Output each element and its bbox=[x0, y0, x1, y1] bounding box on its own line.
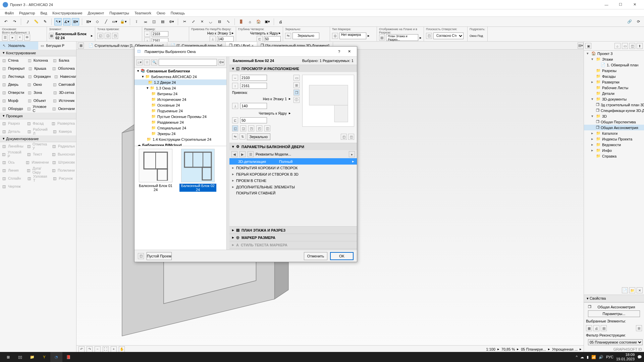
nav-sections[interactable]: 📁 Разрезы bbox=[584, 68, 644, 73]
dialog-help-icon[interactable]: ? bbox=[334, 50, 344, 54]
tree-empty[interactable]: 📁Пустые Оконные Проемы 24 bbox=[135, 114, 226, 119]
zoom-btn[interactable]: 70,85 % bbox=[501, 347, 515, 351]
tree-special[interactable]: 📁Специальные 24 bbox=[135, 125, 226, 131]
tab-overflow-icon[interactable]: ▤▾ bbox=[578, 43, 584, 49]
tool-морф[interactable]: ◫Морф bbox=[0, 97, 25, 105]
tray-cloud-icon[interactable]: ☁ bbox=[580, 355, 584, 359]
tree-linked-libs[interactable]: ▾📚Связанные Библиотеки bbox=[135, 68, 226, 74]
intersect-icon[interactable]: ⨯ bbox=[198, 18, 206, 25]
taskbar-clock[interactable]: 18:09 19.01.2023 bbox=[616, 353, 635, 361]
layer-icon[interactable]: ☰ bbox=[2, 35, 8, 41]
tool-отметка у[interactable]: ◫Отметка У bbox=[25, 142, 50, 150]
tool-зона[interactable]: ◫Зона bbox=[25, 88, 51, 97]
tree-bimcloud[interactable]: ☁Библиотеки BIMcloud bbox=[135, 142, 226, 146]
cancel-button[interactable]: Отменить bbox=[304, 252, 327, 260]
menu-help[interactable]: Помощь bbox=[168, 10, 188, 16]
anchor-pos-1[interactable]: ◱ bbox=[232, 125, 238, 131]
dlg-quarter-input[interactable] bbox=[240, 117, 267, 123]
preview-section-header[interactable]: ▾◫ПРОСМОТР И РАСПОЛОЖЕНИЕ bbox=[229, 65, 357, 72]
sill-input[interactable] bbox=[217, 36, 234, 42]
nav-stories[interactable]: ▾📁 Этажи bbox=[584, 56, 644, 62]
tool-крыша[interactable]: ◫Крыша bbox=[26, 64, 50, 72]
tool-огражден[interactable]: ◫Огражден bbox=[26, 72, 52, 80]
explorer-icon[interactable]: 📁 bbox=[26, 352, 38, 362]
tool-колонна[interactable]: ◫Колонна bbox=[25, 56, 51, 64]
quarter-input[interactable] bbox=[264, 36, 281, 42]
view-info-icon[interactable]: ⓘ bbox=[293, 97, 300, 103]
sync-icon[interactable]: ⟳ bbox=[635, 18, 642, 25]
tool-развертка[interactable]: ◫Развертка bbox=[49, 119, 76, 127]
tool-чертеж[interactable]: ◫Чертеж bbox=[0, 182, 25, 190]
view-grid-icon[interactable]: ⊞ bbox=[293, 82, 300, 88]
tool-угловое с[interactable]: ◫Угловое С bbox=[25, 105, 50, 113]
elem-filter-icon[interactable]: ▦ bbox=[586, 325, 592, 331]
zoom-pan-icon[interactable]: ✋ bbox=[119, 346, 125, 352]
tray-battery-icon[interactable]: ▮ bbox=[587, 355, 589, 359]
graphisoft-id[interactable]: GRAPHISOFT ID bbox=[586, 346, 642, 351]
door-left-icon[interactable]: ◫ bbox=[341, 134, 347, 140]
tree-showcases[interactable]: 📁Витрины 24 bbox=[135, 91, 226, 97]
prop-coverages[interactable]: ▸ПОКРЫТИЯ КОРОБКИ И СТВОРОК bbox=[229, 165, 357, 171]
nav-indexes[interactable]: ▸📁 Индексы Проекта bbox=[584, 136, 644, 142]
renovation-filter-select[interactable]: 05 Планируемое состояние bbox=[588, 339, 643, 345]
style-status[interactable]: Упрощенная ... bbox=[552, 347, 578, 351]
anchor-ref-btn[interactable]: ▸ bbox=[232, 31, 234, 35]
nav-lists[interactable]: ▸📁 Ведомости bbox=[584, 142, 644, 147]
yandex-icon[interactable]: Y bbox=[38, 352, 50, 362]
nav-delete-icon[interactable]: ✕ bbox=[637, 287, 643, 293]
rect-icon[interactable]: ▭▾ bbox=[111, 18, 118, 25]
prop-extras[interactable]: ▸ДОПОЛНИТЕЛЬНЫЕ ЭЛЕМЕНТЫ bbox=[229, 184, 357, 190]
tool-линейны[interactable]: ◫Линейны bbox=[0, 142, 25, 150]
quarter-ref-btn[interactable]: ▸ bbox=[279, 31, 281, 35]
plan-section-hdr[interactable]: ▸▤ПЛАН ЭТАЖА И РАЗРЕЗ bbox=[229, 227, 357, 234]
tool-выносная[interactable]: ◫Выносная bbox=[50, 150, 76, 158]
zoom-out-icon[interactable]: − bbox=[95, 346, 101, 352]
elem-more-icon[interactable]: ⊞ bbox=[636, 325, 642, 331]
mirror-button[interactable]: Зеркально bbox=[292, 33, 319, 39]
print-icon[interactable]: 🖨 bbox=[277, 18, 284, 25]
grid-icon[interactable]: ⊞▾ bbox=[85, 18, 92, 25]
anchor-icon-3[interactable]: ◳ bbox=[112, 33, 118, 39]
projection-header[interactable]: ▾Проекция bbox=[0, 113, 76, 119]
tray-volume-icon[interactable]: 🔊 bbox=[599, 355, 603, 359]
element-dropdown-icon[interactable]: ▸ bbox=[91, 34, 93, 38]
nav-3ddoc2[interactable]: ❒ Спецификаци кухни 3D-Докум bbox=[584, 108, 644, 113]
nav-3ddoc1[interactable]: ❒ 3д строительный план 3D-Докум bbox=[584, 102, 644, 108]
tool-3d-сетка[interactable]: ◫3D-сетка bbox=[51, 88, 76, 97]
anchor-pos-4[interactable]: ◰ bbox=[256, 125, 262, 131]
tool-источник[interactable]: ◫Источник bbox=[51, 97, 76, 105]
cursor-mode-icon[interactable]: ↖▾ bbox=[54, 18, 62, 25]
anchor-pos-5[interactable]: ◫ bbox=[264, 125, 270, 131]
prop-shutters[interactable]: ПОКРЫТИЯ СТАВНЕЙ bbox=[229, 190, 357, 196]
ruler-icon[interactable]: 📏 bbox=[33, 18, 40, 25]
split-icon[interactable]: ⊟ bbox=[216, 18, 223, 25]
nav-persp[interactable]: ❒ Общая Перспектива bbox=[584, 119, 644, 125]
anchor-icon-2[interactable]: ◲ bbox=[105, 33, 111, 39]
guide-icon[interactable]: ⊞▾ bbox=[72, 18, 79, 25]
thumb-balcony-02[interactable]: Балконный Блок 02 24 bbox=[179, 149, 216, 192]
mirror-icon[interactable]: ⇋ bbox=[285, 33, 291, 39]
nav-worksheet-icon[interactable]: ▣ bbox=[585, 43, 591, 49]
library-home-icon[interactable]: ⌂▾ bbox=[137, 59, 143, 65]
marker-select[interactable]: Нет маркера bbox=[339, 33, 366, 39]
marker-section-hdr[interactable]: ▸◎МАРКЕР РАЗМЕРА bbox=[229, 234, 357, 241]
tool-ось[interactable]: ◫Ось bbox=[0, 158, 23, 166]
pointer-tool[interactable]: ↖Указатель bbox=[0, 42, 38, 50]
flip-h-icon[interactable]: ⇋ bbox=[232, 133, 238, 139]
design-header[interactable]: ▾Конструирование bbox=[0, 50, 76, 56]
tool-[interactable] bbox=[25, 182, 51, 190]
opening-icon[interactable]: ◫ bbox=[426, 33, 432, 39]
tool-текст[interactable]: ◫Текст bbox=[25, 150, 50, 158]
lock-icon[interactable]: 🔒▾ bbox=[120, 18, 127, 25]
marker-dropdown-icon[interactable]: ▸ bbox=[368, 34, 370, 38]
dialog-splitter[interactable] bbox=[227, 57, 229, 250]
nav-details[interactable]: 📁 Детали bbox=[584, 90, 644, 96]
favorite-icon[interactable]: ☆ bbox=[144, 59, 150, 65]
gear-icon[interactable]: ⚙▾ bbox=[218, 59, 224, 65]
tool-дуга/окру[interactable]: ◫Дуга/Окру bbox=[25, 166, 50, 174]
plan-dropdown-icon[interactable]: ▸ bbox=[420, 36, 422, 40]
nav-elevations[interactable]: 📁 Фасады bbox=[584, 73, 644, 79]
tool-линия[interactable]: ◫Линия bbox=[0, 166, 25, 174]
nav-project-icon[interactable]: ⌂ bbox=[614, 43, 621, 49]
filter-status[interactable]: 05 Планируе... bbox=[521, 347, 546, 351]
